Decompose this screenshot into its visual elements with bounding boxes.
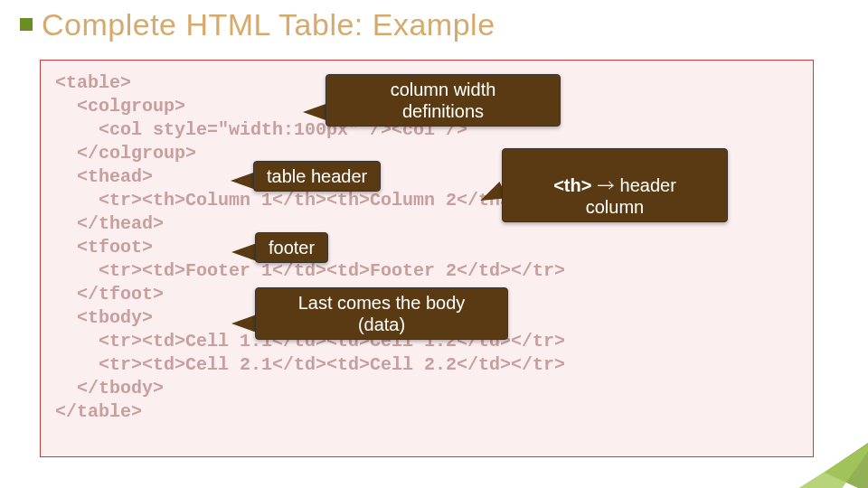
callout-th-tag: <th> (553, 175, 591, 195)
callout-pointer-icon (231, 314, 257, 333)
callout-body: Last comes the body (data) (255, 287, 508, 340)
callout-column-width: column width definitions (326, 74, 561, 127)
callout-pointer-icon (231, 243, 257, 261)
callout-th-rest: 🡒 header column (586, 175, 676, 217)
callout-pointer-icon (303, 103, 328, 121)
callout-th-header-column: <th> 🡒 header column (502, 148, 728, 222)
slide: Complete HTML Table: Example <table> <co… (0, 0, 868, 488)
callout-footer: footer (255, 232, 328, 263)
title-bullet-icon (20, 18, 33, 31)
slide-title: Complete HTML Table: Example (42, 7, 495, 42)
callout-pointer-icon (231, 172, 256, 190)
callout-table-header: table header (253, 161, 381, 192)
